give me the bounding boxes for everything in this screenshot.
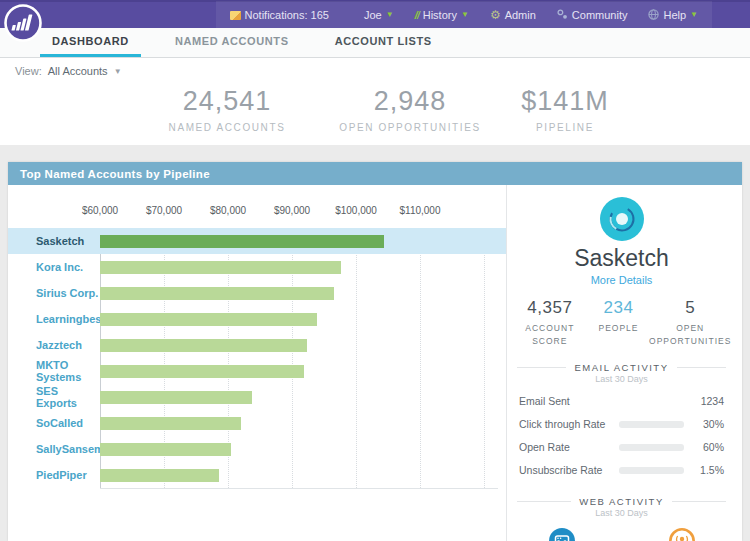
notifications-item[interactable]: Notifications: 165 (230, 9, 329, 21)
globe-icon (648, 9, 659, 22)
marketo-logo-icon[interactable] (4, 4, 42, 42)
account-name[interactable]: PiedPiper (8, 469, 100, 481)
x-axis-tick: $80,000 (210, 205, 246, 216)
notifications-label: Notifications: 165 (245, 9, 329, 21)
chart-row[interactable]: Jazztech (8, 332, 506, 358)
stat-value: 2,948 (339, 86, 480, 117)
web-item-pageviews: 3,240 Pageviews (519, 528, 605, 541)
email-metric-row: Unsubscribe Rate 1.5% (519, 459, 724, 482)
pipeline-bar[interactable] (100, 365, 304, 378)
chart-row[interactable]: SES Exports (8, 384, 506, 410)
tab-account-lists[interactable]: ACCOUNT LISTS (323, 28, 444, 57)
email-metric-row: Open Rate 60% (519, 436, 724, 459)
kpi-label: ACCOUNT SCORE (511, 322, 589, 348)
tab-dashboard[interactable]: DASHBOARD (40, 28, 141, 57)
chart-row[interactable]: Kora Inc. (8, 254, 506, 280)
chart-rows: Sasketch Kora Inc. Sirius Corp. Learning… (8, 228, 506, 488)
x-axis-tick: $90,000 (274, 205, 310, 216)
pipeline-bar[interactable] (100, 313, 317, 326)
user-name: Joe (364, 9, 382, 21)
metric-value: 1234 (684, 395, 724, 407)
panel-title: Top Named Accounts by Pipeline (8, 162, 742, 185)
bar-track (100, 391, 506, 404)
account-name[interactable]: MKTO Systems (8, 359, 100, 383)
pipeline-bar[interactable] (100, 417, 241, 430)
web-activity-items: 3,240 Pageviews 213 Known Visitors (507, 528, 736, 541)
chevron-down-icon[interactable]: ▼ (114, 67, 122, 76)
bar-track (100, 443, 506, 456)
x-axis-tick: $100,000 (335, 205, 377, 216)
pipeline-bar[interactable] (100, 443, 231, 456)
kpi-value[interactable]: 234 (589, 298, 649, 318)
metric-bar-track (619, 421, 684, 428)
admin-menu[interactable]: ⚙ Admin (490, 9, 536, 21)
kpi-label: OPEN OPPORTUNITIES (648, 322, 732, 348)
kpi-account-score: 4,357 ACCOUNT SCORE (511, 298, 589, 348)
bar-track (100, 235, 506, 248)
account-name[interactable]: Sirius Corp. (8, 287, 100, 299)
more-details-link[interactable]: More Details (507, 274, 736, 286)
pipeline-bar[interactable] (100, 469, 219, 482)
account-name[interactable]: SoCalled (8, 417, 100, 429)
bar-track (100, 365, 506, 378)
pipeline-bar[interactable] (100, 287, 334, 300)
metric-label: Open Rate (519, 441, 619, 453)
email-metric-row: Email Sent 1234 (519, 390, 724, 413)
pipeline-bar[interactable] (100, 235, 384, 248)
community-icon (557, 9, 568, 22)
x-axis-tick: $70,000 (146, 205, 182, 216)
metric-label: Click through Rate (519, 418, 619, 430)
metric-value: 30% (684, 418, 724, 430)
chart-row[interactable]: MKTO Systems (8, 358, 506, 384)
metric-value: 60% (684, 441, 724, 453)
section-title: EMAIL ACTIVITY (574, 362, 668, 373)
history-menu[interactable]: // History ▼ (415, 9, 469, 21)
chart-row[interactable]: SoCalled (8, 410, 506, 436)
account-name[interactable]: SallySansem (8, 443, 100, 455)
chevron-down-icon: ▼ (386, 11, 394, 19)
kpi-value: 5 (648, 298, 732, 318)
kpi-value: 4,357 (511, 298, 589, 318)
account-name[interactable]: Kora Inc. (8, 261, 100, 273)
known-visitors-icon (669, 528, 695, 541)
chart-row[interactable]: Sasketch (8, 228, 506, 254)
account-name[interactable]: SES Exports (8, 385, 100, 409)
pipeline-bar[interactable] (100, 391, 252, 404)
email-activity-rows: Email Sent 1234 Click through Rate 30% O… (519, 390, 724, 482)
metric-value: 1.5% (684, 464, 724, 476)
summary-stats: 24,541 NAMED ACCOUNTS 2,948 OPEN OPPORTU… (0, 80, 750, 145)
chart-row[interactable]: Learningbest (8, 306, 506, 332)
stat-pipeline: $141M PIPELINE (521, 86, 609, 133)
pipeline-bar[interactable] (100, 339, 307, 352)
pageviews-icon (549, 528, 575, 541)
metric-bar-track (619, 444, 684, 451)
top-named-accounts-panel: Top Named Accounts by Pipeline $60,000 $… (8, 162, 742, 541)
kpi-label: PEOPLE (589, 322, 649, 335)
web-item-known-visitors: 213 Known Visitors (639, 528, 725, 541)
view-dropdown[interactable]: All Accounts (48, 65, 108, 77)
community-label: Community (572, 9, 628, 21)
metric-label: Unsubscribe Rate (519, 464, 619, 476)
web-activity-header: WEB ACTIVITY (517, 496, 726, 507)
bar-track (100, 469, 506, 482)
community-menu[interactable]: Community (557, 9, 628, 22)
chart-row[interactable]: Sirius Corp. (8, 280, 506, 306)
pipeline-bar[interactable] (100, 261, 341, 274)
kpi-people: 234 PEOPLE (589, 298, 649, 348)
chart-row[interactable]: SallySansem (8, 436, 506, 462)
account-name[interactable]: Sasketch (8, 235, 100, 247)
help-menu[interactable]: Help ▼ (648, 9, 698, 22)
view-selector-row: View: All Accounts ▼ (0, 62, 750, 80)
bar-track (100, 287, 506, 300)
chart-row[interactable]: PiedPiper (8, 462, 506, 488)
section-title: WEB ACTIVITY (579, 496, 664, 507)
web-activity-subtitle: Last 30 Days (507, 508, 736, 518)
x-axis-tick: $60,000 (82, 205, 118, 216)
kpi-open-opportunities: 5 OPEN OPPORTUNITIES (648, 298, 732, 348)
account-name[interactable]: Learningbest (8, 313, 100, 325)
email-metric-row: Click through Rate 30% (519, 413, 724, 436)
tab-named-accounts[interactable]: NAMED ACCOUNTS (163, 28, 301, 57)
account-name[interactable]: Jazztech (8, 339, 100, 351)
user-menu[interactable]: Joe ▼ (364, 9, 394, 21)
tab-bar: DASHBOARD NAMED ACCOUNTS ACCOUNT LISTS (0, 28, 750, 58)
